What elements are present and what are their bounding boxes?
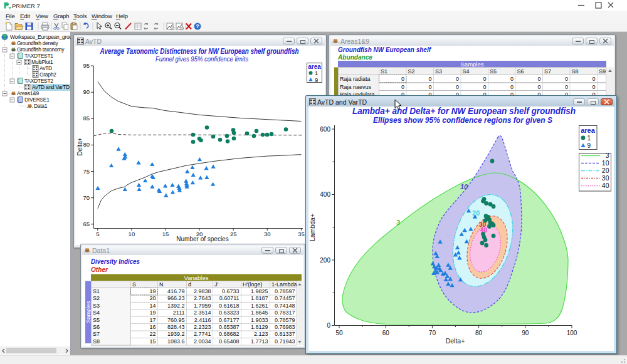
svg-text:1.6261: 1.6261: [251, 303, 268, 309]
svg-text:30: 30: [264, 231, 271, 237]
svg-text:19: 19: [149, 309, 155, 316]
svg-text:Lambda+: Lambda+: [308, 214, 316, 241]
svg-text:0.76983: 0.76983: [275, 324, 295, 330]
svg-text:9: 9: [587, 142, 591, 149]
svg-text:S8: S8: [572, 68, 579, 75]
svg-text:0.6733: 0.6733: [222, 288, 240, 294]
svg-text:Samples: Samples: [461, 61, 484, 68]
svg-text:70: 70: [83, 194, 90, 201]
svg-text:828.43: 828.43: [167, 324, 185, 330]
svg-text:0.60711: 0.60711: [219, 295, 240, 301]
svg-text:2.4116: 2.4116: [194, 317, 211, 323]
svg-text:0: 0: [401, 84, 404, 90]
svg-text:S2: S2: [408, 68, 415, 75]
svg-text:Delta+: Delta+: [76, 137, 83, 155]
svg-text:Raja naevus: Raja naevus: [340, 84, 372, 90]
svg-text:25: 25: [230, 231, 237, 237]
svg-text:15: 15: [162, 231, 169, 237]
svg-text:S1: S1: [381, 68, 387, 75]
svg-text:0: 0: [327, 322, 330, 329]
svg-text:90: 90: [83, 88, 90, 95]
svg-text:S: S: [132, 281, 136, 288]
svg-text:9: 9: [315, 76, 318, 83]
svg-text:Number of species: Number of species: [176, 236, 228, 242]
svg-text:S3: S3: [435, 68, 442, 75]
svg-text:0: 0: [592, 84, 595, 90]
svg-text:1.8645: 1.8645: [251, 309, 268, 316]
svg-text:Variables: Variables: [184, 274, 209, 281]
svg-text:0: 0: [537, 84, 540, 90]
svg-text:S5: S5: [93, 317, 100, 323]
svg-text:966.23: 966.23: [167, 295, 185, 301]
svg-text:10: 10: [460, 183, 468, 190]
svg-text:1-Lambda': 1-Lambda': [271, 281, 298, 288]
svg-text:0.71943: 0.71943: [275, 338, 295, 345]
svg-text:0.78317: 0.78317: [275, 309, 295, 316]
svg-text:760.95: 760.95: [167, 317, 185, 323]
svg-text:35: 35: [298, 231, 305, 237]
svg-text:S4: S4: [93, 309, 100, 316]
svg-text:1.8129: 1.8129: [251, 324, 268, 330]
svg-text:5: 5: [96, 231, 99, 237]
svg-text:1: 1: [587, 135, 591, 142]
svg-text:2.9838: 2.9838: [194, 288, 211, 294]
svg-text:2111: 2111: [173, 309, 185, 316]
svg-text:0.81337: 0.81337: [275, 331, 295, 337]
svg-text:20: 20: [472, 209, 480, 217]
svg-text:Abundance: Abundance: [337, 53, 372, 61]
svg-text:90: 90: [522, 330, 529, 336]
svg-text:area: area: [581, 127, 596, 134]
svg-text:S7: S7: [93, 331, 100, 337]
svg-text:J': J': [214, 281, 219, 288]
svg-text:100: 100: [567, 330, 577, 336]
svg-text:0: 0: [565, 84, 568, 90]
svg-text:19: 19: [149, 288, 155, 294]
svg-text:20: 20: [149, 295, 155, 301]
svg-text:0: 0: [565, 76, 568, 82]
svg-text:0: 0: [537, 76, 540, 82]
svg-text:416.79: 416.79: [167, 288, 185, 294]
svg-text:0.63323: 0.63323: [219, 309, 240, 316]
svg-text:0.61618: 0.61618: [219, 303, 240, 309]
svg-text:S8: S8: [93, 338, 100, 345]
svg-text:Groundfish NW European shelf: Groundfish NW European shelf: [338, 46, 431, 53]
svg-text:0.74457: 0.74457: [275, 295, 295, 301]
svg-text:40: 40: [602, 182, 609, 189]
svg-text:85: 85: [83, 115, 90, 122]
svg-text:1392.2: 1392.2: [167, 303, 185, 309]
svg-text:Diversity Indices: Diversity Indices: [91, 257, 140, 265]
svg-text:75: 75: [83, 168, 90, 175]
svg-text:14: 14: [149, 303, 155, 309]
svg-text:2.7741: 2.7741: [194, 331, 211, 337]
svg-text:2.123: 2.123: [254, 331, 268, 337]
svg-text:1.8187: 1.8187: [251, 295, 268, 301]
svg-text:0: 0: [510, 76, 514, 82]
svg-text:600: 600: [320, 126, 330, 133]
svg-text:2.7643: 2.7643: [194, 295, 211, 301]
svg-text:1.7713: 1.7713: [251, 338, 268, 345]
svg-text:2.0034: 2.0034: [194, 338, 211, 345]
svg-text:Other: Other: [91, 266, 108, 273]
svg-text:0.67177: 0.67177: [219, 317, 240, 323]
svg-text:0: 0: [510, 84, 514, 90]
svg-text:95: 95: [83, 62, 90, 69]
svg-text:Samples: Samples: [85, 301, 92, 323]
svg-text:400: 400: [320, 191, 330, 198]
svg-text:S2: S2: [93, 295, 100, 301]
svg-text:3: 3: [606, 152, 609, 159]
svg-text:0: 0: [401, 76, 404, 82]
svg-text:2.3514: 2.3514: [194, 309, 211, 316]
svg-text:20: 20: [602, 167, 609, 174]
svg-text:0: 0: [428, 84, 431, 90]
svg-text:0: 0: [428, 76, 431, 82]
svg-text:Funnel gives 95% confidence li: Funnel gives 95% confidence limits: [155, 55, 249, 63]
svg-text:d: d: [188, 281, 191, 288]
svg-text:0: 0: [456, 84, 459, 90]
svg-text:0.78579: 0.78579: [275, 317, 295, 323]
svg-text:0.65408: 0.65408: [219, 338, 240, 345]
svg-text:?: ?: [196, 23, 199, 29]
svg-text:16: 16: [149, 324, 155, 330]
svg-text:0: 0: [483, 84, 486, 90]
svg-text:10: 10: [129, 231, 135, 237]
svg-text:2.2323: 2.2323: [194, 324, 211, 330]
